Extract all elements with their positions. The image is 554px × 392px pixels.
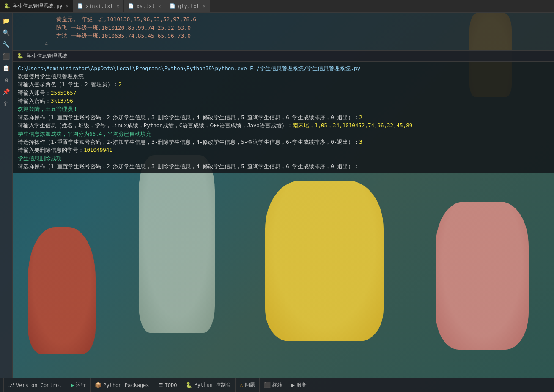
tab-close-3[interactable]: ✕ [203, 4, 206, 8]
run-label: 运行 [76, 381, 86, 389]
terminal-line-2: 请输入登录角色（1-学生，2-管理员）：2 [18, 80, 549, 88]
file-content: 黄金元,一年级一班,1010130,85,96,63,52,97,78.6陈飞,… [13, 13, 554, 50]
terminal-icon[interactable]: ⬛ [2, 52, 11, 61]
tab-label-2: xs.txt [137, 3, 155, 9]
run-panel[interactable]: 🐍 学生信息管理系统 C:\Users\Administrator\AppDat… [13, 50, 554, 173]
tab-close-1[interactable]: ✕ [117, 4, 119, 8]
run-header-title: 学生信息管理系统 [27, 52, 67, 60]
tab-close-0[interactable]: ✕ [66, 4, 69, 8]
file-line-1: 陈飞,一年级一班,1010120,85,99,74,25,32,63.0 [34, 24, 554, 32]
terminal-line-7: 请输入学生信息（姓名，班级，学号，Linux成绩，Python成绩，C语言成绩，… [18, 121, 549, 129]
python-console-label: Python 控制台 [194, 381, 231, 389]
terminal-line-6: 请选择操作（1-重置学生账号密码，2-添加学生信息，3-删除学生信息，4-修改学… [18, 113, 549, 121]
tab-icon-3: 📄 [170, 3, 176, 9]
problems-icon: ⚠ [240, 382, 243, 388]
tab-gly-txt[interactable]: 📄gly.txt✕ [165, 0, 210, 12]
terminal-label: 终端 [272, 381, 282, 389]
services-label: 服务 [296, 381, 307, 389]
problems-label: 问题 [245, 381, 255, 389]
status-python-packages[interactable]: 📦Python Packages [91, 378, 154, 392]
terminal-line-8: 学生信息添加成功，平均分为66.4，平均分已自动填充 [18, 130, 549, 138]
line-text-5: 欢迎登陆，王五管理员！ [18, 106, 78, 112]
status-run[interactable]: ▶运行 [66, 378, 91, 392]
run-header: 🐍 学生信息管理系统 [13, 51, 554, 62]
line-text-10: 请输入要删除信息的学号： [18, 147, 84, 153]
line-num-3: 4 [34, 40, 53, 48]
terminal-command-line: C:\Users\Administrator\AppData\Local\Pro… [18, 64, 549, 72]
delete-icon[interactable]: 🗑 [2, 99, 11, 108]
line-text-3: 请输入账号： [18, 90, 51, 96]
line-text-12: 请选择操作（1-重置学生账号密码，2-添加学生信息，3-删除学生信息，4-修改学… [18, 163, 359, 170]
status-terminal[interactable]: ⬛终端 [260, 378, 287, 392]
line-input-7: 南宋瑶，1,05，34,1010452,74,96,32,45,89 [293, 122, 412, 129]
line-input-6: 2 [359, 114, 362, 121]
terminal-line-3: 请输入账号：25659657 [18, 89, 549, 97]
terminal-line-11: 学生信息删除成功 [18, 154, 549, 162]
line-input-2: 2 [118, 81, 122, 88]
content-area: 黄金元,一年级一班,1010130,85,96,63,52,97,78.6陈飞,… [13, 13, 554, 378]
terminal-line-12: 请选择操作（1-重置学生账号密码，2-添加学生信息，3-删除学生信息，4-修改学… [18, 162, 549, 170]
terminal-line-4: 请输入密码：3k13796 [18, 97, 549, 105]
file-line-3: 4 [34, 40, 554, 48]
line-text-7: 请输入学生信息（姓名，班级，学号，Linux成绩，Python成绩，C语言成绩，… [18, 122, 293, 129]
list-icon[interactable]: 📋 [2, 63, 11, 73]
tab----------py[interactable]: 🐍学生信息管理系统.py✕ [0, 0, 73, 12]
tab-icon-2: 📄 [128, 3, 134, 9]
line-input-4: 3k13796 [51, 98, 73, 104]
file-line-0: 黄金元,一年级一班,1010130,85,96,63,52,97,78.6 [34, 15, 554, 24]
terminal-line-10: 请输入要删除信息的学号：101049941 [18, 146, 549, 154]
tab-label-3: gly.txt [178, 3, 200, 9]
version-control-icon: ⎇ [8, 382, 14, 388]
code-content-1: 陈飞,一年级一班,1010120,85,99,74,25,32,63.0 [53, 24, 194, 32]
settings-icon[interactable]: 🔧 [2, 40, 11, 49]
search-icon[interactable]: 🔍 [2, 28, 11, 37]
status-problems[interactable]: ⚠问题 [236, 378, 260, 392]
python-console-icon: 🐍 [186, 382, 192, 388]
tab-xinxi-txt[interactable]: 📄xinxi.txt✕ [73, 0, 124, 12]
status-python-console[interactable]: 🐍Python 控制台 [181, 378, 236, 392]
status-version-control[interactable]: ⎇Version Control [3, 378, 66, 392]
terminal-line-9: 请选择操作（1-重置学生账号密码，2-添加学生信息，3-删除学生信息，4-修改学… [18, 138, 549, 146]
line-text-2: 请输入登录角色（1-学生，2-管理员）： [18, 81, 118, 88]
tab-close-2[interactable]: ✕ [158, 4, 161, 8]
tab-icon-0: 🐍 [4, 3, 10, 9]
file-line-2: 方法,一年级一班,1010635,74,85,45,65,96,73.0 [34, 32, 554, 40]
line-text-1: 欢迎使用学生信息管理系统 [18, 73, 84, 79]
services-icon: ▶ [291, 382, 295, 388]
code-content-2: 方法,一年级一班,1010635,74,85,45,65,96,73.0 [53, 32, 194, 40]
status-services[interactable]: ▶服务 [287, 378, 311, 392]
version-control-label: Version Control [16, 382, 62, 388]
run-icon: ▶ [71, 382, 74, 388]
line-input-3: 25659657 [51, 90, 76, 96]
python-path: C:\Users\Administrator\AppData\Local\Pro… [18, 65, 360, 71]
line-input-9: 3 [359, 139, 362, 145]
code-content-0: 黄金元,一年级一班,1010130,85,96,63,52,97,78.6 [53, 15, 200, 24]
todo-label: TODO [165, 382, 177, 388]
todo-icon: ☰ [158, 382, 163, 388]
main-area: 📁🔍🔧⬛📋🖨📌🗑 黄金元,一年级一班,1010130,85,96,63,52,9… [0, 13, 554, 378]
status-todo[interactable]: ☰TODO [154, 378, 182, 392]
print-icon[interactable]: 🖨 [2, 75, 11, 85]
line-input-10: 101049941 [84, 147, 112, 153]
python-packages-label: Python Packages [103, 382, 149, 388]
pin-icon[interactable]: 📌 [2, 87, 11, 96]
sidebar: 📁🔍🔧⬛📋🖨📌🗑 [0, 13, 13, 378]
terminal-line-5: 欢迎登陆，王五管理员！ [18, 105, 549, 113]
line-text-8: 学生信息添加成功，平均分为66.4，平均分已自动填充 [18, 131, 151, 137]
line-text-4: 请输入密码： [18, 98, 51, 104]
python-packages-icon: 📦 [95, 382, 101, 388]
tab-label-0: 学生信息管理系统.py [13, 3, 63, 10]
tabs-bar: 🐍学生信息管理系统.py✕📄xinxi.txt✕📄xs.txt✕📄gly.txt… [0, 0, 554, 13]
terminal-line-1: 欢迎使用学生信息管理系统 [18, 72, 549, 80]
tab-icon-1: 📄 [77, 3, 83, 9]
line-text-11: 学生信息删除成功 [18, 155, 62, 162]
folder-icon[interactable]: 📁 [2, 16, 11, 25]
terminal-icon: ⬛ [264, 382, 271, 388]
terminal-content: C:\Users\Administrator\AppData\Local\Pro… [13, 62, 554, 173]
tab-xs-txt[interactable]: 📄xs.txt✕ [124, 0, 165, 12]
tab-label-1: xinxi.txt [86, 3, 113, 9]
status-bar: ⎇Version Control▶运行📦Python Packages☰TODO… [0, 378, 554, 392]
run-header-emoji: 🐍 [17, 53, 23, 59]
line-text-6: 请选择操作（1-重置学生账号密码，2-添加学生信息，3-删除学生信息，4-修改学… [18, 114, 359, 121]
line-text-9: 请选择操作（1-重置学生账号密码，2-添加学生信息，3-删除学生信息，4-修改学… [18, 139, 359, 145]
